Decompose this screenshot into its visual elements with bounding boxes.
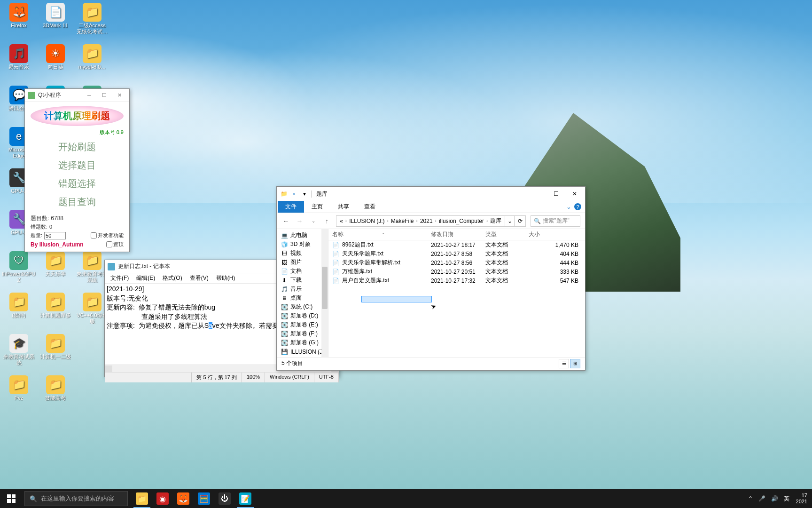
- refresh-button[interactable]: ⟳: [515, 215, 526, 227]
- desktop-icon[interactable]: 📁Pvz: [3, 375, 35, 411]
- desktop-icon[interactable]: 📁计算机题库多: [39, 293, 71, 328]
- column-date[interactable]: 修改日期: [427, 229, 482, 240]
- tree-scrollbar[interactable]: [321, 229, 328, 357]
- qt-count-input[interactable]: [44, 232, 66, 239]
- tree-item[interactable]: 🎞视频: [281, 249, 328, 258]
- ribbon-tab-home[interactable]: 主页: [304, 201, 330, 213]
- tree-item[interactable]: 💽系统 (C:): [281, 302, 328, 311]
- desktop-icon[interactable]: 📁mysql-8.0…: [76, 44, 108, 80]
- desktop-icon[interactable]: 📁技能高考: [39, 375, 71, 411]
- desktop-icon[interactable]: 📁计算机一二级: [39, 334, 71, 370]
- qt-titlebar[interactable]: Qt小程序 ─ ☐ ✕: [25, 89, 129, 102]
- taskbar-item[interactable]: 🧮: [194, 489, 214, 508]
- breadcrumb-separator-icon[interactable]: ›: [416, 218, 418, 223]
- ribbon-tab-view[interactable]: 查看: [357, 201, 383, 213]
- view-details-button[interactable]: ☰: [559, 359, 569, 368]
- file-row[interactable]: 📄用户自定义题库.txt2021-10-27 17:32文本文档547 KB: [328, 276, 585, 285]
- tray-chevron-icon[interactable]: ⌃: [745, 489, 756, 508]
- nav-recent-icon[interactable]: ⌄: [309, 216, 318, 226]
- view-icons-button[interactable]: ⊞: [570, 359, 580, 368]
- tree-item[interactable]: 💾ILLUSION (J:): [281, 347, 328, 356]
- address-bar[interactable]: « ›ILLUSION (J:)›MakeFile›2021›illusion_…: [336, 215, 505, 227]
- desktop-icon[interactable]: ☀向日葵: [39, 44, 71, 80]
- taskbar-item[interactable]: 📁: [132, 489, 152, 508]
- minimize-button[interactable]: ─: [82, 91, 96, 100]
- breadcrumb-separator-icon[interactable]: ›: [387, 218, 389, 223]
- explorer-file-list[interactable]: 名称⌃ 修改日期 类型 大小 📄8962题目.txt2021-10-27 18:…: [328, 229, 585, 357]
- tree-item[interactable]: 🖥桌面: [281, 294, 328, 302]
- ribbon-expand-icon[interactable]: ⌄: [566, 203, 571, 210]
- ribbon-tab-share[interactable]: 共享: [330, 201, 357, 213]
- tree-item[interactable]: 💽新加卷 (F:): [281, 329, 328, 338]
- taskbar-item[interactable]: 🦊: [173, 489, 194, 508]
- tray-ime[interactable]: 英: [781, 489, 792, 508]
- address-dropdown-icon[interactable]: ⌄: [505, 215, 515, 227]
- nav-forward-button[interactable]: →: [295, 216, 304, 226]
- tree-item[interactable]: 💽新加卷 (E:): [281, 320, 328, 329]
- maximize-button[interactable]: ☐: [547, 187, 565, 200]
- tree-item[interactable]: 🖼图片: [281, 258, 328, 267]
- tray-mic-icon[interactable]: 🎤: [756, 489, 768, 508]
- tray-clock[interactable]: 17 2021: [792, 492, 811, 505]
- help-icon[interactable]: ?: [574, 203, 581, 210]
- notepad-menu-2[interactable]: 格式(O): [159, 273, 186, 283]
- desktop-icon[interactable]: 🎵易云音乐: [3, 44, 35, 80]
- taskbar-item[interactable]: ◉: [152, 489, 173, 508]
- breadcrumb-item[interactable]: 2021: [419, 218, 434, 224]
- qat-folder-icon[interactable]: ▫: [290, 190, 298, 198]
- breadcrumb-item[interactable]: «: [338, 218, 344, 224]
- tree-item[interactable]: ⬇下载: [281, 276, 328, 285]
- column-name[interactable]: 名称⌃: [328, 229, 427, 240]
- desktop-icon[interactable]: 📁(软件): [3, 293, 35, 328]
- maximize-button[interactable]: ☐: [97, 91, 111, 100]
- minimize-button[interactable]: ─: [528, 187, 547, 200]
- search-box[interactable]: 🔍 搜索"题库": [531, 215, 580, 227]
- tray-volume-icon[interactable]: 🔊: [768, 489, 781, 508]
- breadcrumb-item[interactable]: 题库: [489, 217, 503, 225]
- tree-item[interactable]: 💽新加卷 (D:): [281, 311, 328, 320]
- desktop-icon[interactable]: 📁VC++6.0绿色版: [76, 293, 108, 328]
- qt-devmode-checkbox[interactable]: 开发者功能: [91, 231, 124, 240]
- qt-menu-item-1[interactable]: 选择题目: [31, 156, 124, 175]
- qat-dropdown-icon[interactable]: ▾: [300, 190, 309, 198]
- close-button[interactable]: ✕: [112, 91, 126, 100]
- breadcrumb-item[interactable]: MakeFile: [390, 218, 415, 224]
- desktop-icon[interactable]: 📄3DMark 11: [39, 3, 71, 39]
- qt-pin-checkbox[interactable]: 置顶: [106, 240, 124, 249]
- taskbar-item[interactable]: ⏻: [214, 489, 235, 508]
- column-size[interactable]: 大小: [525, 229, 585, 240]
- desktop-icon[interactable]: 📁二级Access无纸化考试…: [76, 3, 108, 39]
- ribbon-tab-file[interactable]: 文件: [278, 201, 304, 213]
- notepad-menu-3[interactable]: 查看(V): [186, 273, 212, 283]
- column-type[interactable]: 类型: [482, 229, 525, 240]
- breadcrumb-separator-icon[interactable]: ›: [345, 218, 347, 223]
- tree-item[interactable]: 🧊3D 对象: [281, 240, 328, 249]
- notepad-menu-4[interactable]: 帮助(H): [212, 273, 239, 283]
- desktop-icon[interactable]: 🎓来教育考试系统: [3, 334, 35, 370]
- qt-menu-item-3[interactable]: 题目查询: [31, 193, 124, 211]
- explorer-tree-panel[interactable]: 💻此电脑🧊3D 对象🎞视频🖼图片📄文档⬇下载🎵音乐🖥桌面💽系统 (C:)💽新加卷…: [277, 229, 328, 357]
- nav-up-button[interactable]: ↑: [322, 216, 331, 226]
- breadcrumb-separator-icon[interactable]: ›: [486, 218, 488, 223]
- tree-item[interactable]: 💽新加卷 (G:): [281, 338, 328, 347]
- breadcrumb-item[interactable]: ILLUSION (J:): [348, 218, 386, 224]
- tree-item[interactable]: 💻此电脑: [281, 231, 328, 240]
- close-button[interactable]: ✕: [565, 187, 584, 200]
- desktop-icon[interactable]: 🦊Firefox: [3, 3, 35, 39]
- breadcrumb-item[interactable]: illusion_Computer: [437, 218, 485, 224]
- taskbar-item[interactable]: 📝: [235, 489, 256, 508]
- file-row[interactable]: 📄万维题库.txt2021-10-27 20:51文本文档333 KB: [328, 267, 585, 276]
- tree-item[interactable]: 📄文档: [281, 267, 328, 276]
- desktop-icon[interactable]: 📁未来教育考试系统: [76, 251, 108, 287]
- qt-menu-item-0[interactable]: 开始刷题: [31, 138, 124, 156]
- notepad-menu-0[interactable]: 文件(F): [107, 273, 133, 283]
- tree-item[interactable]: 🎵音乐: [281, 285, 328, 294]
- notepad-menu-1[interactable]: 编辑(E): [133, 273, 159, 283]
- file-row[interactable]: 📄天天乐学题库.txt2021-10-27 8:58文本文档404 KB: [328, 249, 585, 258]
- desktop-icon[interactable]: 🛡thPower&GPU-Z: [3, 251, 35, 287]
- file-row[interactable]: 📄8962题目.txt2021-10-27 18:17文本文档1,470 KB: [328, 240, 585, 249]
- taskbar-search[interactable]: 🔍 在这里输入你要搜索的内容: [24, 491, 128, 506]
- breadcrumb-separator-icon[interactable]: ›: [435, 218, 437, 223]
- nav-back-button[interactable]: ←: [281, 216, 290, 226]
- qt-menu-item-2[interactable]: 错题选择: [31, 175, 124, 193]
